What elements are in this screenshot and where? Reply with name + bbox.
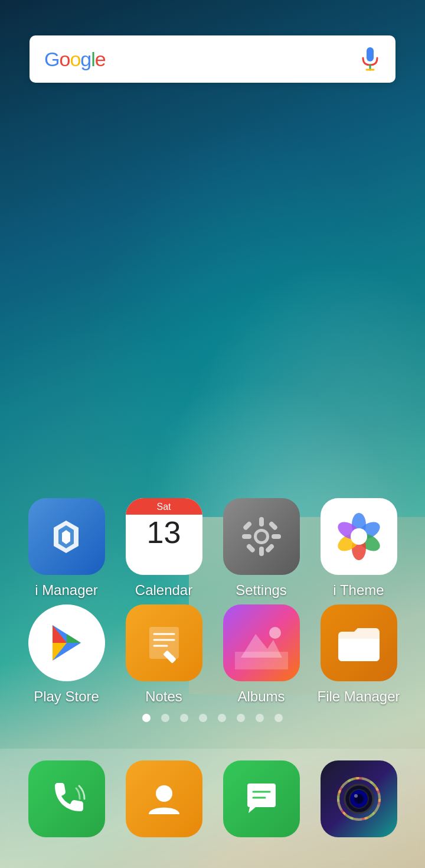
app-playstore[interactable]: Play Store — [21, 604, 112, 705]
svg-rect-7 — [242, 534, 251, 539]
svg-rect-10 — [268, 521, 278, 531]
messages-icon — [223, 760, 300, 837]
calendar-date: 13 — [147, 515, 181, 548]
svg-rect-32 — [235, 652, 288, 669]
itheme-label: i Theme — [333, 582, 384, 599]
notes-label: Notes — [145, 688, 182, 705]
app-itheme[interactable]: i Theme — [313, 498, 404, 599]
filemanager-label: File Manager — [317, 688, 400, 705]
svg-point-31 — [269, 627, 281, 639]
calendar-day: Sat — [126, 498, 202, 515]
playstore-label: Play Store — [34, 688, 99, 705]
search-bar-area: Google — [0, 0, 425, 95]
dot-4 — [199, 714, 207, 722]
settings-label: Settings — [236, 582, 287, 599]
svg-point-42 — [354, 794, 358, 798]
app-settings[interactable]: Settings — [215, 498, 307, 599]
app-notes[interactable]: Notes — [118, 604, 210, 705]
dock-messages[interactable] — [215, 760, 307, 844]
dock-contacts[interactable] — [118, 760, 210, 844]
contacts-icon — [126, 760, 202, 837]
calendar-icon: Sat 13 — [126, 498, 202, 575]
svg-point-33 — [156, 785, 172, 802]
albums-label: Albums — [237, 688, 285, 705]
app-row-1: i Manager Sat 13 Calendar — [18, 498, 407, 599]
itheme-icon — [321, 498, 397, 575]
svg-rect-8 — [272, 534, 281, 539]
phone-icon — [28, 760, 105, 837]
imanager-icon — [28, 498, 105, 575]
camera-icon — [321, 760, 397, 837]
dot-6 — [237, 714, 245, 722]
home-screen: Google — [0, 0, 425, 868]
page-indicator — [18, 714, 407, 722]
google-search-bar[interactable]: Google — [30, 35, 395, 83]
svg-rect-5 — [259, 517, 264, 526]
app-filemanager[interactable]: File Manager — [313, 604, 404, 705]
svg-rect-11 — [246, 543, 256, 553]
app-row-2: Play Store Notes — [18, 604, 407, 705]
calendar-label: Calendar — [135, 582, 192, 599]
svg-point-4 — [257, 532, 266, 541]
dot-3 — [180, 714, 188, 722]
wallpaper-spacer — [0, 95, 425, 498]
svg-rect-0 — [367, 47, 374, 61]
dot-7 — [256, 714, 264, 722]
dock-camera[interactable] — [313, 760, 404, 844]
app-imanager[interactable]: i Manager — [21, 498, 112, 599]
dock — [0, 749, 425, 868]
settings-icon — [223, 498, 300, 575]
app-grid: i Manager Sat 13 Calendar — [0, 498, 425, 749]
filemanager-icon — [321, 604, 397, 681]
svg-marker-23 — [67, 634, 81, 643]
microphone-icon[interactable] — [359, 48, 381, 70]
svg-point-19 — [351, 528, 367, 545]
dot-2 — [161, 714, 169, 722]
dock-phone[interactable] — [21, 760, 112, 844]
svg-rect-6 — [259, 547, 264, 556]
google-logo: Google — [44, 48, 106, 71]
notes-icon — [126, 604, 202, 681]
dot-8 — [274, 714, 283, 722]
svg-rect-12 — [264, 543, 274, 553]
albums-icon — [223, 604, 300, 681]
app-calendar[interactable]: Sat 13 Calendar — [118, 498, 210, 599]
imanager-label: i Manager — [35, 582, 98, 599]
playstore-icon — [28, 604, 105, 681]
svg-rect-9 — [242, 521, 252, 531]
dot-5 — [218, 714, 226, 722]
dot-1 — [142, 714, 151, 722]
app-albums[interactable]: Albums — [215, 604, 307, 705]
